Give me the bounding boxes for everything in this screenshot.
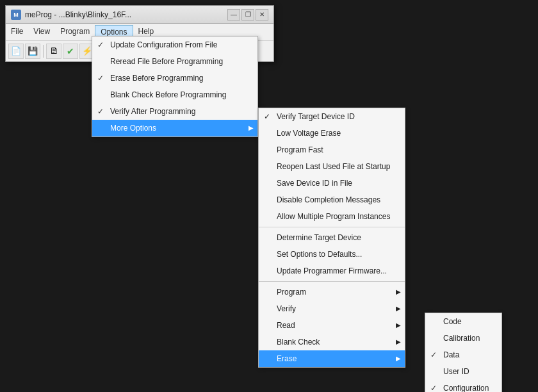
toolbar-new[interactable]: 📄 — [8, 44, 24, 59]
erase-configuration[interactable]: ✓ Configuration — [425, 380, 501, 392]
more-options-arrow-icon: ▶ — [249, 122, 254, 134]
menu-file[interactable]: File — [6, 25, 28, 39]
more-erase[interactable]: Erase ▶ — [259, 350, 405, 367]
toolbar-verify[interactable]: ✔ — [63, 44, 78, 59]
options-item-update-config[interactable]: ✓ Update Configuration From File — [92, 37, 257, 53]
check-verify: ✓ — [97, 106, 104, 117]
erase-data[interactable]: ✓ Data — [425, 347, 501, 363]
more-set-defaults[interactable]: Set Options to Defaults... — [259, 246, 405, 263]
title-bar: M meProg - ...Blinky\Blinky_16F... — ❐ ✕ — [6, 6, 273, 24]
read-arrow-icon: ▶ — [396, 320, 401, 331]
toolbar-save[interactable]: 💾 — [25, 44, 40, 59]
toolbar-reread[interactable]: 🖹 — [46, 44, 61, 59]
erase-menu: Code Calibration ✓ Data User ID ✓ Config… — [425, 313, 502, 392]
erase-arrow-icon: ▶ — [396, 353, 401, 364]
more-low-voltage[interactable]: Low Voltage Erase — [259, 125, 405, 142]
more-program[interactable]: Program ▶ — [259, 284, 405, 300]
more-verify[interactable]: Verify ▶ — [259, 300, 405, 317]
minimize-button[interactable]: — — [227, 9, 240, 20]
verify-arrow-icon: ▶ — [396, 303, 401, 314]
erase-user-id[interactable]: User ID — [425, 363, 501, 380]
more-options-menu: ✓ Verify Target Device ID Low Voltage Er… — [258, 108, 405, 368]
menu-program[interactable]: Program — [55, 25, 95, 39]
options-item-erase[interactable]: ✓ Erase Before Programming — [92, 70, 257, 86]
options-item-more[interactable]: More Options ▶ — [92, 120, 257, 136]
check-verify-id: ✓ — [264, 111, 270, 122]
more-disable-completion[interactable]: Disable Completion Messages — [259, 192, 405, 208]
options-menu: ✓ Update Configuration From File Reread … — [92, 36, 258, 137]
title-buttons: — ❐ ✕ — [227, 9, 268, 20]
check-data: ✓ — [430, 349, 437, 361]
separator-2 — [259, 281, 405, 282]
blank-check-arrow-icon: ▶ — [396, 336, 401, 348]
more-reopen-last[interactable]: Reopen Last Used File at Startup — [259, 158, 405, 175]
app-icon: M — [11, 10, 21, 20]
menu-view[interactable]: View — [28, 25, 55, 39]
restore-button[interactable]: ❐ — [241, 9, 254, 20]
more-allow-multiple[interactable]: Allow Multiple Program Instances — [259, 208, 405, 225]
more-update-firmware[interactable]: Update Programmer Firmware... — [259, 263, 405, 279]
options-item-verify[interactable]: ✓ Verify After Programming — [92, 103, 257, 120]
check-update-config: ✓ — [97, 39, 104, 51]
erase-calibration[interactable]: Calibration — [425, 330, 501, 347]
more-read[interactable]: Read ▶ — [259, 317, 405, 334]
check-erase: ✓ — [97, 72, 104, 84]
more-blank-check[interactable]: Blank Check ▶ — [259, 334, 405, 350]
more-verify-device-id[interactable]: ✓ Verify Target Device ID — [259, 108, 405, 125]
toolbar-separator-1 — [43, 45, 44, 58]
more-save-device-id[interactable]: Save Device ID in File — [259, 175, 405, 192]
more-program-fast[interactable]: Program Fast — [259, 142, 405, 158]
options-item-blank-check[interactable]: Blank Check Before Programming — [92, 86, 257, 103]
title-bar-left: M meProg - ...Blinky\Blinky_16F... — [11, 10, 131, 20]
check-configuration: ✓ — [430, 382, 437, 392]
program-arrow-icon: ▶ — [396, 286, 401, 298]
options-item-reread[interactable]: Reread File Before Programming — [92, 53, 257, 70]
erase-code[interactable]: Code — [425, 313, 501, 330]
window-title: meProg - ...Blinky\Blinky_16F... — [25, 10, 131, 19]
more-determine-device[interactable]: Determine Target Device — [259, 229, 405, 246]
separator-1 — [259, 227, 405, 227]
close-button[interactable]: ✕ — [256, 9, 268, 20]
